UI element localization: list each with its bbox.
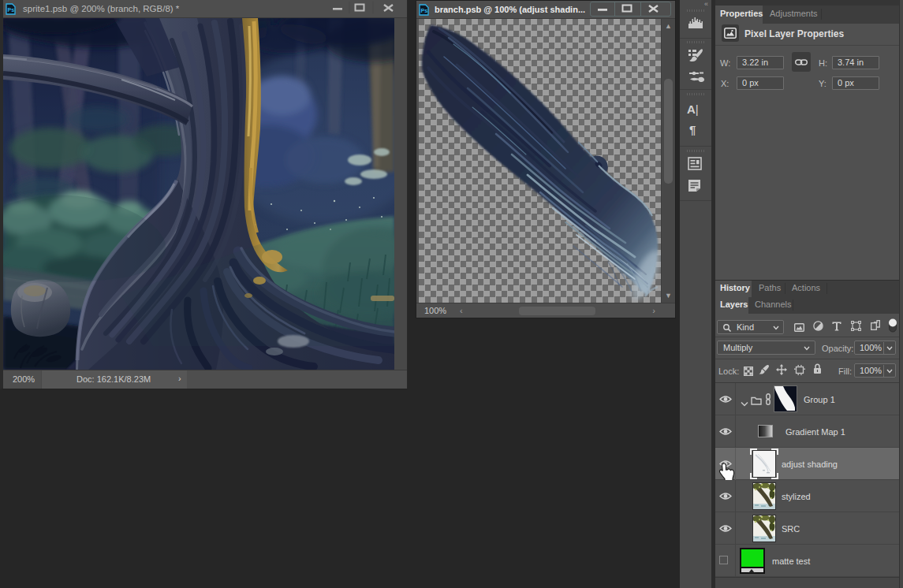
svg-text:Ps: Ps [8,7,15,13]
svg-text:Ps: Ps [421,8,428,13]
